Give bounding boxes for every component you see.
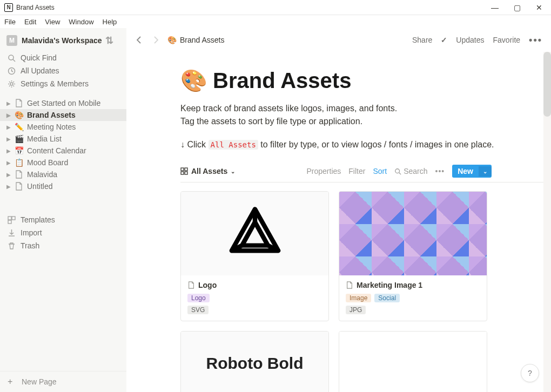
svg-point-0 [9,55,14,60]
all-updates[interactable]: All Updates [0,65,126,77]
database-toolbar: All Assets ⌄ Properties Filter Sort Sear… [180,165,551,183]
svg-line-1 [13,59,15,62]
sidebar: M Malavida's Workspace ⇅ Quick Find All … [0,28,126,392]
menu-view[interactable]: View [45,18,60,26]
page-untitled[interactable]: ▶Untitled [0,180,126,192]
marketing-image [339,192,487,275]
menu-window[interactable]: Window [69,18,93,26]
page-mood-board[interactable]: ▶📋Mood Board [0,157,126,168]
quick-find-label: Quick Find [21,53,57,62]
sidebar-tools: Templates Import Trash [0,214,126,253]
close-button[interactable]: ✕ [536,3,542,12]
desc-line-2: Tag the assets to sort by file type or a… [180,115,551,128]
page-list: ▶Get Started on Mobile ▶🎨Brand Assets ▶✏… [0,97,126,192]
font-preview: Roboto Bold [206,354,304,373]
back-button[interactable] [135,36,144,44]
gallery-card-empty[interactable] [339,331,487,392]
page-content-calendar[interactable]: ▶📅Content Calendar [0,145,126,157]
triangle-icon: ▶ [6,172,14,178]
svg-line-12 [399,172,401,174]
hint-code: All Assets [209,140,258,150]
notion-app-icon: N [4,3,13,12]
gallery-card-logo[interactable]: Logo Logo SVG [180,191,329,321]
page-content: 🎨 Brand Assets Keep track of brand asset… [126,52,551,392]
minimize-button[interactable]: — [491,3,499,12]
maximize-button[interactable]: ▢ [514,3,521,12]
favorite-button[interactable]: Favorite [493,36,521,44]
menu-file[interactable]: File [4,18,16,26]
settings-members[interactable]: Settings & Members [0,78,126,90]
properties-button[interactable]: Properties [307,167,341,175]
page-icon [14,182,24,191]
palette-icon[interactable]: 🎨 [180,68,207,93]
page-label: Brand Assets [27,111,76,119]
page-get-started[interactable]: ▶Get Started on Mobile [0,97,126,109]
new-button[interactable]: New⌄ [452,165,492,178]
new-page-button[interactable]: + New Page [0,371,126,392]
tag-format: SVG [187,306,209,314]
page-meeting-notes[interactable]: ▶✏️Meeting Notes [0,121,126,133]
trash-icon [6,242,16,250]
templates[interactable]: Templates [0,214,126,226]
trash-label: Trash [21,241,39,250]
import[interactable]: Import [0,227,126,239]
main-area: 🎨 Brand Assets Share ✓ Updates Favorite … [126,28,551,392]
breadcrumb[interactable]: 🎨 Brand Assets [167,36,225,44]
window-title: Brand Assets [16,4,55,11]
page-label: Untitled [27,182,52,191]
page-media-list[interactable]: ▶🎬Media List [0,133,126,145]
triangle-icon: ▶ [6,148,14,154]
gallery-card-roboto[interactable]: Roboto Bold [180,331,329,392]
plus-icon: + [8,377,16,387]
card-title: Logo [198,281,217,289]
triangle-icon: ▶ [6,100,14,106]
page-malavida[interactable]: ▶Malavida [0,168,126,180]
view-selector[interactable]: All Assets ⌄ [180,167,235,175]
filter-button[interactable]: Filter [348,167,365,175]
share-button[interactable]: Share [412,36,432,44]
all-updates-label: All Updates [21,66,59,75]
page-topbar: 🎨 Brand Assets Share ✓ Updates Favorite … [126,28,551,52]
sort-button[interactable]: Sort [373,167,387,175]
chevron-down-icon[interactable]: ⌄ [479,166,492,177]
scrollbar-thumb[interactable] [543,52,551,117]
card-title: Marketing Image 1 [357,281,422,289]
filter-hint[interactable]: ↓ Click All Assets to filter by type, or… [180,140,551,150]
svg-rect-6 [8,220,11,224]
more-menu[interactable]: ••• [529,35,542,46]
trash[interactable]: Trash [0,240,126,252]
triangle-icon: ▶ [6,136,14,142]
updates-button[interactable]: Updates [456,36,484,44]
page-label: Meeting Notes [27,123,76,131]
gear-icon [6,80,16,88]
svg-rect-4 [8,217,11,220]
palette-icon: 🎨 [14,111,24,119]
more-icon[interactable]: ••• [435,167,445,175]
menu-edit[interactable]: Edit [24,18,36,26]
page-brand-assets[interactable]: ▶🎨Brand Assets [0,109,126,121]
triangle-icon: ▶ [6,184,14,190]
gallery-icon [180,167,188,175]
search-icon [6,54,16,62]
workspace-name: Malavida's Workspace [22,36,102,45]
chevron-down-icon: ⌄ [231,168,235,174]
workspace-switcher[interactable]: M Malavida's Workspace ⇅ [0,32,126,52]
gallery-card-marketing[interactable]: Marketing Image 1 ImageSocial JPG [339,191,487,321]
forward-button[interactable] [151,36,160,44]
breadcrumb-label: Brand Assets [180,36,225,44]
svg-rect-10 [185,172,187,174]
new-page-label: New Page [22,377,57,386]
search-button[interactable]: Search [394,167,427,175]
svg-rect-7 [181,168,184,171]
quick-find[interactable]: Quick Find [0,52,126,64]
page-title-text: Brand Assets [213,69,351,93]
menu-help[interactable]: Help [103,18,117,26]
view-name: All Assets [191,167,227,175]
svg-point-11 [395,168,400,173]
hint-post: to filter by type, or to view logos / fo… [258,140,494,149]
help-button[interactable]: ? [521,364,539,382]
check-icon: ✓ [441,36,447,44]
page-description[interactable]: Keep track of brand assets like logos, i… [180,102,551,128]
svg-rect-9 [181,172,184,174]
page-title[interactable]: 🎨 Brand Assets [180,68,551,93]
